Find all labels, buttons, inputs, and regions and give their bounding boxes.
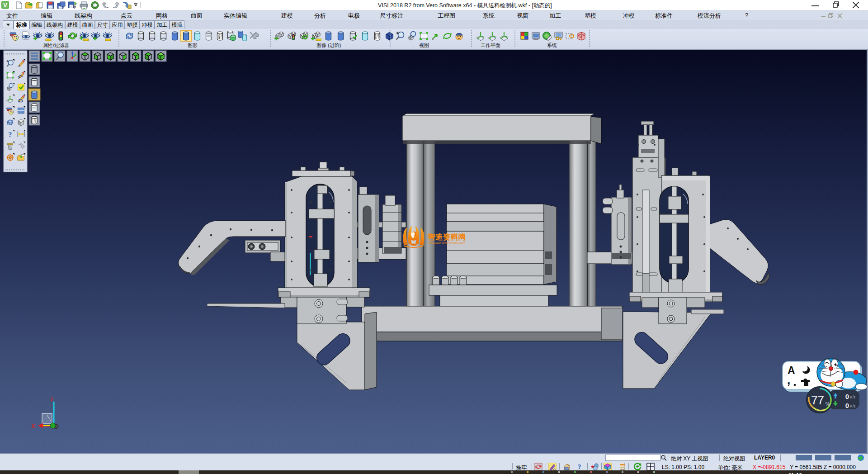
svg-text:77: 77 [811, 393, 824, 407]
svg-text:%: % [826, 401, 830, 407]
svg-text:INTELLIGENT MANUFACTURING DATA: INTELLIGENT MANUFACTURING DATA [428, 242, 465, 244]
svg-text:K/s: K/s [850, 395, 855, 399]
svg-text:0: 0 [845, 402, 849, 409]
svg-text:X: X [32, 423, 35, 429]
svg-text:K/s: K/s [850, 404, 855, 408]
svg-text:0: 0 [845, 393, 849, 400]
svg-text:,: , [787, 373, 790, 387]
svg-text:Z: Z [51, 397, 53, 402]
